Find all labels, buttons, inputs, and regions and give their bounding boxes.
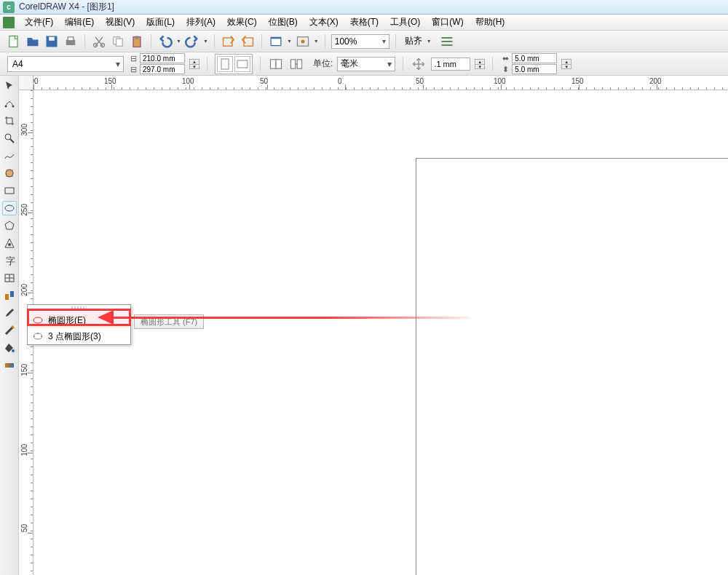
flyout-grip[interactable] xyxy=(71,306,87,311)
launcher-dropdown-icon[interactable]: ▼ xyxy=(287,39,292,44)
nudge-spinner[interactable]: ▲▼ xyxy=(475,59,485,69)
text-tool[interactable]: 字 xyxy=(2,253,17,268)
menu-help[interactable]: 帮助(H) xyxy=(470,15,511,30)
redo-dropdown-icon[interactable]: ▼ xyxy=(203,39,208,44)
redo-button[interactable] xyxy=(184,33,200,49)
flyout-ellipse-label: 椭圆形(E) xyxy=(48,314,86,327)
options-button[interactable] xyxy=(439,33,455,49)
svg-rect-37 xyxy=(5,294,9,300)
print-button[interactable] xyxy=(63,33,79,49)
ellipse-tool[interactable] xyxy=(2,201,17,215)
pick-tool[interactable] xyxy=(2,79,17,93)
svg-point-26 xyxy=(5,134,11,140)
welcome-button[interactable] xyxy=(295,33,311,49)
separator xyxy=(403,57,403,71)
menu-text[interactable]: 文本(X) xyxy=(304,15,344,30)
rectangle-tool[interactable] xyxy=(2,183,17,198)
menu-table[interactable]: 表格(T) xyxy=(344,15,384,30)
welcome-dropdown-icon[interactable]: ▼ xyxy=(314,39,319,44)
copy-button[interactable] xyxy=(110,33,126,49)
outline-tool[interactable] xyxy=(2,323,17,338)
freehand-tool[interactable] xyxy=(2,148,17,163)
menu-arrange[interactable]: 排列(A) xyxy=(181,15,221,30)
app-launcher-button[interactable] xyxy=(268,33,284,49)
undo-dropdown-icon[interactable]: ▼ xyxy=(176,39,181,44)
flyout-ellipse-item[interactable]: 椭圆形(E) xyxy=(28,312,130,328)
page-height-input[interactable]: 297.0 mm xyxy=(140,64,185,74)
table-tool[interactable] xyxy=(2,271,17,285)
flyout-3pt-ellipse-item[interactable]: 3 点椭圆形(3) xyxy=(28,328,130,344)
svg-rect-40 xyxy=(5,363,14,368)
zoom-select[interactable]: 100% xyxy=(331,34,389,49)
menu-edit[interactable]: 编辑(E) xyxy=(59,15,100,30)
dup-spinner[interactable]: ▲▼ xyxy=(561,59,571,69)
fill-tool[interactable] xyxy=(2,341,17,355)
pages-layout-button[interactable] xyxy=(288,56,304,72)
property-bar: A4 ⊟ 210.0 mm ⊟ 297.0 mm ▲▼ 单位: 毫米 .1 mm… xyxy=(0,52,728,76)
zoom-value: 100% xyxy=(335,36,357,47)
portrait-button[interactable] xyxy=(217,56,233,72)
svg-rect-10 xyxy=(135,36,139,39)
dup-x-input[interactable]: 5.0 mm xyxy=(512,53,557,63)
dup-y-input[interactable]: 5.0 mm xyxy=(512,64,557,74)
canvas[interactable] xyxy=(33,90,728,575)
dimension-spinner[interactable]: ▲▼ xyxy=(189,59,199,69)
snap-dropdown-icon[interactable]: ▼ xyxy=(427,39,432,44)
menu-window[interactable]: 窗口(W) xyxy=(426,15,469,30)
cut-button[interactable] xyxy=(91,33,107,49)
svg-point-44 xyxy=(41,336,42,337)
crop-tool[interactable] xyxy=(2,114,17,128)
orientation-group xyxy=(215,54,253,74)
menu-view[interactable]: 视图(V) xyxy=(100,15,141,30)
three-point-ellipse-icon xyxy=(32,330,44,342)
separator xyxy=(260,57,261,71)
nudge-input[interactable]: .1 mm xyxy=(431,58,470,71)
pages-button[interactable] xyxy=(268,56,284,72)
eyedropper-tool[interactable] xyxy=(2,306,17,320)
shape-tool[interactable] xyxy=(2,96,17,111)
menu-effects[interactable]: 效果(C) xyxy=(221,15,263,30)
svg-rect-21 xyxy=(291,59,296,68)
menu-layout[interactable]: 版面(L) xyxy=(141,15,181,30)
separator xyxy=(261,34,262,49)
horizontal-ruler[interactable]: 20015010050050100150200 xyxy=(33,76,728,90)
separator xyxy=(84,34,85,49)
interactive-blend-tool[interactable] xyxy=(2,288,17,303)
menu-tools[interactable]: 工具(O) xyxy=(384,15,426,30)
page-size-value: A4 xyxy=(12,59,23,69)
svg-point-39 xyxy=(12,349,15,352)
separator xyxy=(492,57,493,71)
save-button[interactable] xyxy=(44,33,60,49)
unit-select[interactable]: 毫米 xyxy=(337,57,395,71)
ellipse-icon xyxy=(32,314,44,326)
menu-bitmap[interactable]: 位图(B) xyxy=(263,15,304,30)
menubar: 文件(F) 编辑(E) 视图(V) 版面(L) 排列(A) 效果(C) 位图(B… xyxy=(0,15,728,31)
separator xyxy=(207,57,207,71)
main-area: 字 20015010050050100150200 30025020015010… xyxy=(0,76,728,575)
smart-fill-tool[interactable] xyxy=(2,166,17,181)
interactive-fill-tool[interactable] xyxy=(2,358,17,373)
landscape-button[interactable] xyxy=(234,56,250,72)
export-button[interactable] xyxy=(240,33,256,49)
duplicate-distance: ⬌ 5.0 mm ⬍ 5.0 mm xyxy=(500,53,557,74)
undo-button[interactable] xyxy=(157,33,173,49)
page-size-select[interactable]: A4 xyxy=(7,56,124,72)
menu-file[interactable]: 文件(F) xyxy=(19,15,59,30)
svg-rect-30 xyxy=(5,188,14,194)
svg-rect-11 xyxy=(223,38,232,46)
tooltip: 椭圆形工具 (F7) xyxy=(134,314,204,329)
zoom-tool[interactable] xyxy=(2,131,17,146)
svg-point-31 xyxy=(5,205,14,211)
basic-shapes-tool[interactable] xyxy=(2,236,17,250)
open-button[interactable] xyxy=(25,33,41,49)
page-width-input[interactable]: 210.0 mm xyxy=(140,53,185,63)
height-icon: ⊟ xyxy=(128,65,138,74)
polygon-tool[interactable] xyxy=(2,218,17,233)
paste-button[interactable] xyxy=(129,33,145,49)
import-button[interactable] xyxy=(221,33,237,49)
unit-label: 单位: xyxy=(313,58,333,70)
new-button[interactable] xyxy=(6,33,22,49)
separator xyxy=(395,34,396,49)
svg-point-25 xyxy=(12,106,14,108)
svg-rect-22 xyxy=(297,59,301,68)
